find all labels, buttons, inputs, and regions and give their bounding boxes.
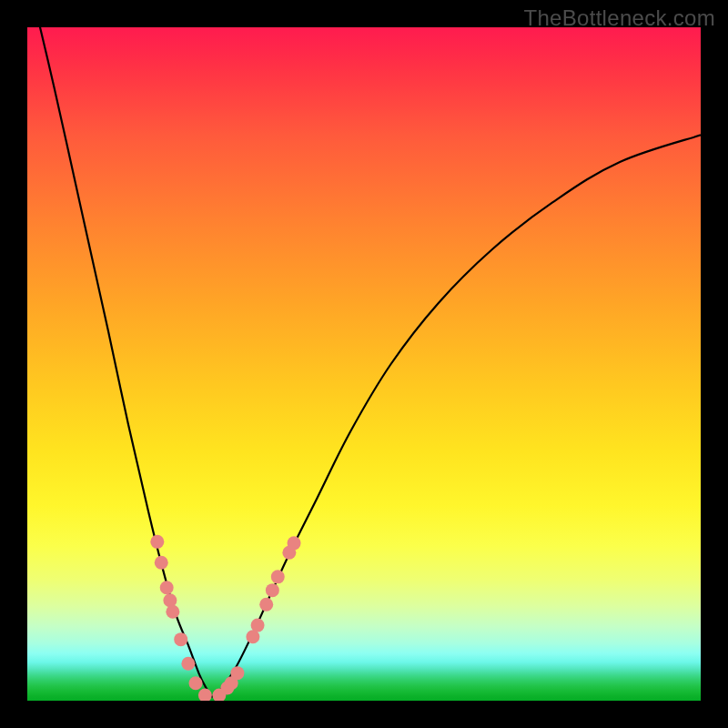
data-dot (189, 676, 203, 690)
data-dot (181, 657, 195, 671)
data-dot (230, 666, 244, 680)
bottleneck-curve-right (213, 135, 702, 697)
data-dot (251, 619, 265, 632)
data-dot (160, 581, 174, 594)
data-dot (166, 605, 179, 619)
chart-overlay (27, 27, 701, 701)
bottleneck-curve-left (27, 27, 213, 697)
data-dot (271, 570, 285, 583)
data-dot (155, 556, 168, 570)
data-dots (150, 535, 300, 701)
data-dot (163, 593, 177, 607)
plot-area (27, 27, 701, 701)
data-dot (259, 598, 273, 612)
data-dot (174, 632, 187, 646)
watermark-text: TheBottleneck.com (523, 5, 715, 31)
data-dot (266, 583, 279, 597)
data-dot (150, 535, 164, 549)
data-dot (288, 536, 301, 550)
chart-frame: TheBottleneck.com (0, 0, 728, 728)
data-dot (198, 689, 212, 701)
